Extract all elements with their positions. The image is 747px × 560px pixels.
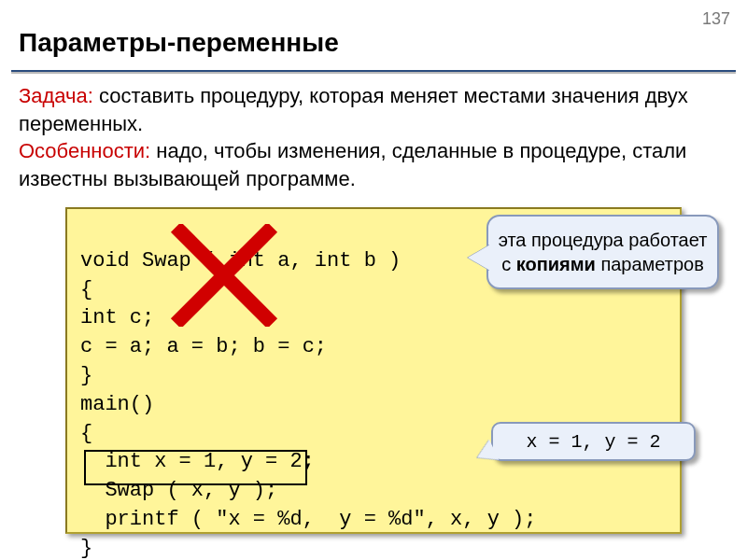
features-label: Особенности: <box>19 139 150 162</box>
callout-tail-icon <box>468 245 490 271</box>
code-line: { <box>80 422 92 445</box>
code-line: int c; <box>80 306 154 329</box>
code-line: c = a; a = b; b = c; <box>80 335 327 358</box>
title-divider <box>11 70 736 72</box>
callout-bold: копиями <box>516 254 596 274</box>
code-line: main() <box>80 393 154 416</box>
body-text: Задача: составить процедуру, которая мен… <box>19 82 728 193</box>
code-line: printf ( "x = %d, y = %d", x, y ); <box>80 508 536 531</box>
code-line: { <box>80 278 92 301</box>
result-text: x = 1, y = 2 <box>526 431 660 453</box>
callout-text-3: параметров <box>600 254 703 274</box>
task-text: составить процедуру, которая меняет мест… <box>19 84 688 135</box>
code-line: Swap ( x, y ); <box>80 479 277 502</box>
task-label: Задача: <box>19 84 93 107</box>
callout-bubble: эта процедура работает с копиями парамет… <box>486 215 719 289</box>
code-line: } <box>80 537 92 560</box>
page-number: 137 <box>702 9 730 29</box>
result-badge: x = 1, y = 2 <box>491 422 696 461</box>
code-line: void Swap ( int a, int b ) <box>80 249 401 273</box>
code-line: } <box>80 364 92 387</box>
slide-title: Параметры-переменные <box>19 28 339 58</box>
code-line: int x = 1, y = 2; <box>80 450 315 473</box>
slide: 137 Параметры-переменные Задача: состави… <box>0 0 747 560</box>
